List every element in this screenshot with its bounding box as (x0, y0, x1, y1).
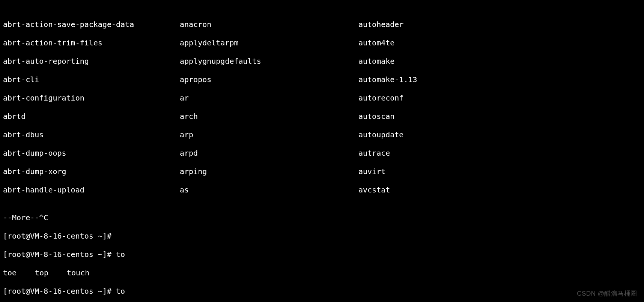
list-item: auvirt (358, 167, 385, 176)
list-item: abrt-auto-reporting (3, 57, 180, 66)
list-item: abrt-action-trim-files (3, 38, 180, 48)
list-item: applygnupgdefaults (180, 57, 358, 66)
list-item: applydeltarpm (180, 38, 358, 48)
list-item: arpd (180, 149, 358, 158)
list-item: arch (180, 112, 358, 121)
tab-completion-output: toetoptouch (3, 268, 641, 278)
list-item: abrt-dump-oops (3, 149, 180, 158)
list-item: abrt-cli (3, 75, 180, 84)
list-item: automake (358, 57, 394, 66)
more-indicator: --More--^C (3, 213, 641, 222)
list-item: autoreconf (358, 93, 403, 103)
list-item: autom4te (358, 38, 394, 48)
list-item: as (180, 185, 358, 195)
typed-command: to (116, 287, 125, 296)
prompt-line: [root@VM-8-16-centos ~]# to (3, 287, 641, 296)
prompt-line: [root@VM-8-16-centos ~]# (3, 231, 641, 241)
list-item: abrt-dbus (3, 130, 180, 140)
list-item: autoheader (358, 20, 403, 29)
shell-prompt: [root@VM-8-16-centos ~]# (3, 231, 116, 240)
watermark: CSDN @醋溜马桶圈 (577, 289, 637, 299)
shell-prompt: [root@VM-8-16-centos ~]# (3, 250, 116, 259)
list-item: abrt-configuration (3, 93, 180, 103)
list-item: apropos (180, 75, 358, 84)
list-item: autoupdate (358, 130, 403, 140)
list-item: autoscan (358, 112, 394, 121)
list-item: autrace (358, 149, 390, 158)
list-item: avcstat (358, 185, 390, 195)
list-item: anacron (180, 20, 358, 29)
shell-prompt: [root@VM-8-16-centos ~]# (3, 287, 116, 296)
list-item: toe (3, 268, 35, 278)
list-item: arping (180, 167, 358, 176)
typed-command: to (116, 250, 125, 259)
list-item: touch (67, 268, 89, 278)
prompt-line: [root@VM-8-16-centos ~]# to (3, 250, 641, 259)
list-item: automake-1.13 (358, 75, 417, 84)
terminal[interactable]: abrt-action-save-package-dataanacronauto… (0, 0, 644, 302)
list-item: abrt-action-save-package-data (3, 20, 180, 29)
list-item: arp (180, 130, 358, 140)
list-item: abrtd (3, 112, 180, 121)
list-item: abrt-handle-upload (3, 185, 180, 195)
list-item: ar (180, 93, 358, 103)
command-list-3col: abrt-action-save-package-dataanacronauto… (3, 11, 641, 204)
list-item: abrt-dump-xorg (3, 167, 180, 176)
list-item: top (35, 268, 67, 278)
